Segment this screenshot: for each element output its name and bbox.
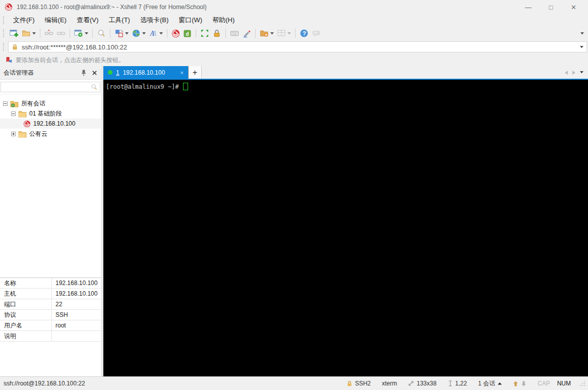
window-title: 192.168.10.100 - root@almalinux9:~ - Xsh… xyxy=(17,4,207,11)
dropdown-arrow-icon xyxy=(85,32,88,35)
status-terminal-type-label: xterm xyxy=(382,380,397,387)
status-session-count[interactable]: 1 会话 xyxy=(473,379,507,388)
toolbar-separator xyxy=(225,29,226,38)
xftp-button[interactable]: d xyxy=(182,27,193,39)
tile-windows-button[interactable] xyxy=(275,27,292,39)
session-properties-table: 名称 192.168.10.100 主机 192.168.10.100 端口 2… xyxy=(0,277,101,342)
find-button[interactable] xyxy=(95,27,107,39)
tree-item-all-sessions[interactable]: 所有会话 xyxy=(0,98,101,108)
tree-item-public-cloud-folder[interactable]: 公有云 xyxy=(0,129,101,139)
maximize-button[interactable]: □ xyxy=(540,0,562,14)
search-icon xyxy=(91,84,97,90)
property-row-host: 主机 192.168.10.100 xyxy=(0,289,101,299)
lock-screen-button[interactable] xyxy=(211,27,223,39)
close-button[interactable]: ✕ xyxy=(562,0,585,14)
property-row-username: 用户名 root xyxy=(0,320,101,331)
tree-item-session-192-168-10-100[interactable]: 192.168.10.100 xyxy=(0,119,101,129)
feedback-button[interactable] xyxy=(310,27,322,39)
menu-tools[interactable]: 工具(T) xyxy=(103,14,135,26)
disconnect-button[interactable] xyxy=(43,27,55,39)
session-tree: 所有会话 01 基础阶段 xyxy=(0,95,101,277)
xshell-button[interactable] xyxy=(170,27,182,39)
scroll-up-icon[interactable] xyxy=(513,381,518,386)
folder-plus-icon xyxy=(260,29,269,38)
menu-view[interactable]: 查看(V) xyxy=(72,14,103,26)
reconnect-button[interactable] xyxy=(55,27,67,39)
new-tab-button[interactable]: + xyxy=(188,66,202,79)
dropdown-arrow-icon xyxy=(287,32,291,35)
menu-edit[interactable]: 编辑(E) xyxy=(40,14,72,26)
tree-item-stage-folder[interactable]: 01 基础阶段 xyxy=(0,108,101,119)
tab-session-192-168-10-100[interactable]: 1 192.168.10.100 × xyxy=(103,66,188,79)
dropdown-arrow-icon xyxy=(580,46,583,48)
caps-lock-indicator: CAP xyxy=(538,380,550,387)
font-button[interactable]: A A xyxy=(147,27,164,39)
terminal-screen[interactable]: [root@almalinux9 ~]# xyxy=(103,80,588,377)
chat-bubble-icon xyxy=(312,29,321,38)
compose-layout-button[interactable] xyxy=(113,27,130,39)
scroll-tabs-left-icon[interactable] xyxy=(565,71,568,75)
open-session-button[interactable] xyxy=(20,27,37,39)
xshell-logo-icon xyxy=(5,3,13,11)
session-properties-button[interactable] xyxy=(73,27,90,39)
xftp-icon: d xyxy=(183,29,192,38)
minimize-button[interactable]: — xyxy=(517,0,540,14)
resize-grip[interactable] xyxy=(576,380,586,386)
status-protocol[interactable]: SSH2 xyxy=(341,380,376,387)
disconnect-icon xyxy=(44,29,53,38)
connected-status-dot-icon xyxy=(108,70,112,75)
reconnect-icon xyxy=(56,29,66,38)
session-search-row xyxy=(0,80,101,95)
toolbar-separator xyxy=(92,29,93,38)
collapse-expander-icon[interactable] xyxy=(11,112,16,116)
address-dropdown-button[interactable] xyxy=(580,46,583,48)
highlight-button[interactable] xyxy=(241,27,253,39)
session-search-input[interactable] xyxy=(1,82,100,92)
toolbar: A A d xyxy=(0,26,588,40)
status-protocol-label: SSH2 xyxy=(355,380,371,387)
addressbar-gripper[interactable] xyxy=(3,43,6,51)
terminal-prompt-line: [root@almalinux9 ~]# xyxy=(106,83,585,90)
menu-window[interactable]: 窗口(W) xyxy=(173,14,207,26)
status-screen-size[interactable]: 133x38 xyxy=(402,380,442,387)
new-session-icon xyxy=(10,29,19,38)
toolbar-overflow-button[interactable] xyxy=(580,32,588,35)
pin-icon xyxy=(81,70,87,76)
status-terminal-type[interactable]: xterm xyxy=(376,380,402,387)
pin-panel-button[interactable] xyxy=(81,70,87,76)
expand-expander-icon[interactable] xyxy=(11,132,16,136)
new-folder-button[interactable] xyxy=(258,27,275,39)
virtual-keyboard-button[interactable] xyxy=(228,27,241,39)
menubar-gripper[interactable] xyxy=(3,16,6,24)
scroll-down-icon[interactable] xyxy=(521,381,526,386)
xshell-window: 192.168.10.100 - root@almalinux9:~ - Xsh… xyxy=(0,0,588,390)
new-session-button[interactable] xyxy=(8,27,20,39)
fullscreen-button[interactable] xyxy=(199,27,211,39)
status-cursor-position[interactable]: 1,22 xyxy=(442,380,473,387)
tab-list-dropdown-icon[interactable] xyxy=(580,71,583,74)
status-right-items: SSH2 xterm 133x38 1,22 1 会话 xyxy=(341,379,586,388)
property-row-port: 端口 22 xyxy=(0,299,101,310)
menu-tabs[interactable]: 选项卡(B) xyxy=(135,14,173,26)
scroll-tabs-right-icon[interactable] xyxy=(572,71,575,75)
address-field[interactable]: ssh://root:******@192.168.10.100:22 xyxy=(8,41,587,52)
cursor-position-icon xyxy=(448,380,453,386)
status-bar: ssh://root@192.168.10.100:22 SSH2 xterm … xyxy=(0,376,588,390)
window-controls: — □ ✕ xyxy=(517,0,588,14)
globe-icon xyxy=(132,29,141,38)
svg-text:d: d xyxy=(186,31,189,36)
collapse-expander-icon[interactable] xyxy=(3,101,8,106)
layout-icon xyxy=(114,29,124,38)
close-panel-button[interactable] xyxy=(92,70,97,76)
property-label: 说明 xyxy=(0,331,52,341)
help-button[interactable]: ? xyxy=(298,27,310,39)
toolbar-gripper[interactable] xyxy=(3,29,6,37)
session-manager-panel: 会话管理器 xyxy=(0,66,101,377)
menu-file[interactable]: 文件(F) xyxy=(8,14,40,26)
tab-close-button[interactable]: × xyxy=(181,70,184,76)
property-label: 协议 xyxy=(0,310,52,320)
title-bar: 192.168.10.100 - root@almalinux9:~ - Xsh… xyxy=(0,0,588,14)
screen-size-icon xyxy=(408,380,414,386)
encoding-button[interactable] xyxy=(130,27,147,39)
menu-help[interactable]: 帮助(H) xyxy=(207,14,240,26)
